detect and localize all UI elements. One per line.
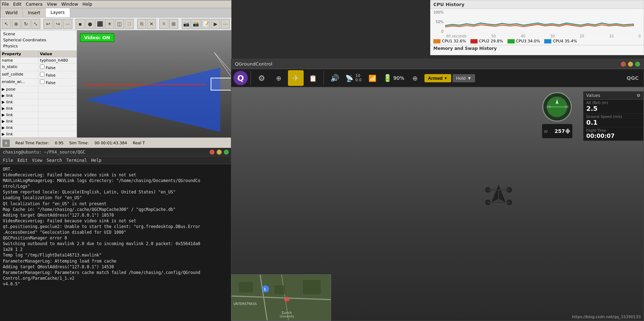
values-settings-icon[interactable]: ⚙ — [637, 93, 640, 98]
tool-screenshot[interactable]: 📸 — [191, 19, 201, 29]
terminal-max-btn[interactable] — [224, 150, 229, 155]
prop-header-property: Property — [0, 51, 38, 57]
tree-spherical-coords[interactable]: Spherical Coordinates — [0, 37, 77, 43]
time-40: 40 — [521, 34, 525, 38]
qgc-map-tile[interactable]: UNTERSTRASS Zurich University 1 — [231, 274, 331, 321]
tool-cylinder[interactable]: ⬛ — [95, 19, 104, 29]
tool-more3[interactable]: ⋯ — [221, 19, 230, 29]
time-20: 20 — [579, 34, 584, 38]
prop-self-collide-value[interactable]: False — [38, 71, 77, 78]
legend-cpu2: CPU2 29.8% — [470, 39, 503, 43]
tool-undo[interactable]: ↩ — [43, 19, 53, 29]
settings-btn[interactable]: ⚙ — [254, 70, 269, 86]
prop-pose-label[interactable]: ▶ pose — [0, 86, 38, 92]
armed-button[interactable]: Armed ▼ — [424, 74, 451, 82]
tab-world[interactable]: World — [0, 8, 23, 17]
tree-physics[interactable]: Physics — [0, 43, 77, 49]
menu-window[interactable]: Window — [61, 2, 78, 7]
qgc-logo-btn[interactable]: Q — [233, 71, 248, 85]
menu-file[interactable]: File — [2, 2, 9, 7]
tool-grid[interactable]: ⊞ — [169, 19, 179, 29]
signal-bars-btn[interactable]: 📶 — [365, 70, 380, 86]
tool-camera[interactable]: 📷 — [182, 19, 191, 29]
attitude-indicator: -10 -16 — [542, 92, 572, 122]
prop-enable-wind-value[interactable]: False — [38, 79, 77, 86]
legend-cpu1: CPU1 32.6% — [433, 39, 466, 43]
plan-btn[interactable]: ⊕ — [271, 70, 287, 86]
qgc-close-btn[interactable] — [621, 62, 626, 67]
tool-more1[interactable]: ⋯ — [63, 19, 72, 29]
tool-rotate[interactable]: ↻ — [21, 19, 31, 29]
flighttime-row: Flight Time 00:00:07 — [583, 128, 643, 141]
terminal-content[interactable]: ORT. VideoReceiverLog: Failed because vi… — [0, 164, 232, 321]
prop-link-6-label[interactable]: ▶ link — [0, 125, 38, 131]
prop-enable-wind-cb[interactable] — [40, 79, 45, 84]
svg-rect-30 — [239, 282, 253, 292]
tool-light[interactable]: ☀ — [105, 19, 114, 29]
prop-link-7-label[interactable]: ▶ link — [0, 131, 38, 137]
gazebo-sidebar: Scene Spherical Coordinates Physics Atmo… — [0, 30, 77, 138]
menu-edit[interactable]: Edit — [13, 2, 21, 7]
menu-camera[interactable]: Camera — [26, 2, 42, 7]
term-menu-terminal[interactable]: Terminal — [66, 158, 87, 163]
tool-translate[interactable]: ⊕ — [12, 19, 21, 29]
prop-is-static-cb[interactable] — [40, 64, 45, 69]
term-menu-help[interactable]: Help — [91, 158, 102, 163]
prop-link-1-label[interactable]: ▶ link — [0, 93, 38, 99]
svg-text:-10: -10 — [546, 105, 551, 109]
prop-is-static-value[interactable]: False — [38, 64, 77, 71]
tool-pointcloud[interactable]: ∷ — [125, 19, 134, 29]
hold-dropdown-arrow: ▼ — [467, 76, 472, 81]
menu-view[interactable]: View — [47, 2, 57, 7]
prop-link-4-label[interactable]: ▶ link — [0, 112, 38, 118]
tool-delete[interactable]: ✕ — [147, 19, 156, 29]
terminal-line: Temp log "/tmp/FlightData146713.mavlink" — [3, 252, 229, 258]
signal-group: 📡 100.0 — [344, 74, 363, 82]
term-menu-view[interactable]: View — [32, 158, 42, 163]
gps-btn[interactable]: ⊕ — [407, 70, 423, 86]
tab-insert[interactable]: Insert — [23, 8, 45, 17]
tab-layers[interactable]: Layers — [46, 8, 70, 17]
terminal-close-btn[interactable] — [210, 150, 215, 155]
simtime-label: Sim Time: — [69, 141, 89, 145]
prop-link-3-label[interactable]: ▶ link — [0, 105, 38, 112]
tool-select[interactable]: ↖ — [2, 19, 11, 29]
terminal-min-btn[interactable] — [217, 150, 222, 155]
qgc-min-btn[interactable] — [628, 62, 633, 67]
qgc-values-panel: Values ⚙ Alt (Rel) (m) 2.5 Ground Speed … — [583, 91, 644, 141]
gazebo-toolbar: ↖ ⊕ ↻ ⤡ ↩ ↪ ⋯ ▪ ● ⬛ ☀ ◫ ∷ ⎘ ✕ ⌗ ⊞ 📷 📸 📝 … — [0, 17, 231, 30]
menu-help[interactable]: Help — [82, 2, 92, 7]
tool-more2[interactable]: ▶ — [211, 19, 220, 29]
analyze-btn[interactable]: 📋 — [305, 70, 321, 86]
tree-scene[interactable]: Scene — [0, 31, 77, 37]
term-menu-file[interactable]: File — [3, 158, 13, 163]
tool-sphere[interactable]: ● — [86, 19, 95, 29]
prop-link-1: ▶ link — [0, 93, 77, 99]
fly-btn[interactable]: ✈ — [288, 70, 304, 86]
prop-self-collide-cb[interactable] — [40, 72, 45, 77]
tool-scale[interactable]: ⤡ — [31, 19, 41, 29]
memory-section: Memory and Swap History — [431, 45, 644, 51]
armed-dropdown-arrow: ▼ — [444, 76, 448, 80]
tool-box[interactable]: ▪ — [76, 19, 85, 29]
tool-clone[interactable]: ⎘ — [137, 19, 146, 29]
legend-cpu4: CPU4 35.4% — [544, 39, 577, 43]
gazebo-viewport[interactable]: Video: ON — [77, 30, 231, 138]
pause-button[interactable]: ⏸ — [2, 140, 10, 147]
volume-btn[interactable]: 🔊 — [327, 70, 342, 86]
hold-button[interactable]: Hold ▼ — [453, 74, 475, 82]
prop-link-5-label[interactable]: ▶ link — [0, 118, 38, 124]
qgc-map[interactable]: -10 -16 W 257 Values ⚙ Alt (Rel) (m) — [231, 88, 644, 321]
term-menu-edit[interactable]: Edit — [17, 158, 28, 163]
svg-text:University: University — [280, 315, 294, 318]
qgc-max-btn[interactable] — [635, 62, 640, 67]
tool-log[interactable]: 📝 — [201, 19, 211, 29]
tool-mesh[interactable]: ◫ — [115, 19, 124, 29]
legend-cpu4-color — [544, 39, 551, 43]
prop-header-value: Value — [38, 51, 77, 57]
prop-link-2-label[interactable]: ▶ link — [0, 99, 38, 105]
tool-redo[interactable]: ↪ — [53, 19, 63, 29]
tool-align[interactable]: ⌗ — [159, 19, 169, 29]
term-menu-search[interactable]: Search — [47, 158, 62, 163]
prop-name-value[interactable]: typhoon_h480 — [38, 57, 77, 63]
